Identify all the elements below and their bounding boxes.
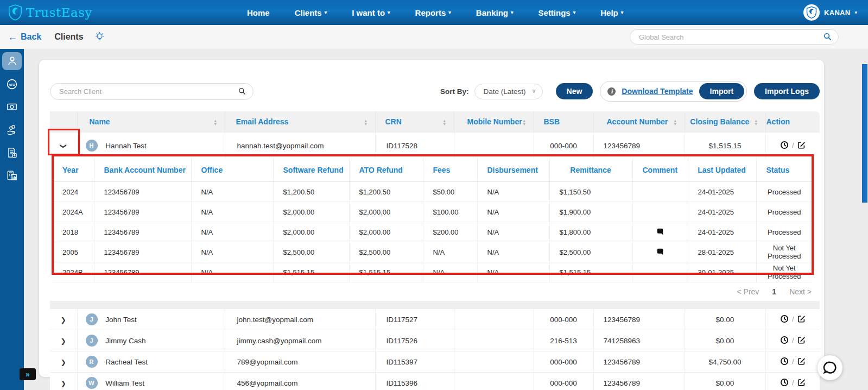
view-icon[interactable] — [780, 359, 789, 367]
sort-icon[interactable] — [213, 119, 217, 126]
column-header: Software Refund — [273, 159, 349, 182]
client-closing-balance: $1,515.15 — [685, 133, 765, 159]
column-header[interactable] — [50, 111, 77, 133]
edit-icon[interactable] — [797, 358, 806, 367]
view-icon[interactable] — [780, 317, 789, 325]
edit-icon[interactable] — [797, 337, 806, 345]
sort-icon[interactable] — [364, 119, 368, 126]
refund-last-updated: 24-01-2025 — [688, 222, 756, 242]
client-crn: ID115397 — [375, 351, 454, 373]
import-button[interactable]: Import — [699, 83, 745, 99]
new-button[interactable]: New — [556, 83, 593, 99]
expand-chevron-icon[interactable] — [61, 358, 66, 366]
sidebar-item-clients[interactable] — [2, 52, 22, 70]
page-title: Clients — [54, 32, 83, 42]
slash-separator: / — [792, 379, 794, 387]
clients-table-header: Name Email Address CRN — [50, 111, 820, 133]
nav-item[interactable]: Banking — [476, 8, 514, 17]
column-header[interactable]: Name — [77, 111, 225, 133]
next-page-button[interactable]: Next > — [789, 287, 812, 296]
sort-icon[interactable] — [673, 119, 677, 126]
client-closing-balance: $0.00 — [685, 330, 765, 351]
column-header: Disbursement — [477, 159, 549, 182]
sidebar-item-payments[interactable] — [2, 121, 22, 139]
column-header[interactable]: Email Address — [225, 111, 375, 133]
sort-icon[interactable] — [522, 119, 526, 126]
info-icon[interactable]: i — [607, 87, 616, 96]
client-row: W William Test 456@yopmail.com ID115396 … — [50, 373, 820, 390]
expand-chevron-icon[interactable] — [61, 380, 66, 387]
sidebar-item-document-download[interactable] — [2, 143, 22, 161]
nav-item[interactable]: Help — [600, 8, 623, 17]
nav-item[interactable]: Reports — [415, 8, 451, 17]
shield-logo-icon — [8, 4, 23, 21]
nav-item[interactable]: Home — [247, 8, 270, 17]
refund-status: Not Yet Processed — [756, 262, 813, 282]
sidebar-item-banking[interactable] — [2, 98, 22, 116]
brand-logo[interactable]: TrustEasy — [8, 4, 92, 21]
column-header[interactable]: BSB — [534, 111, 593, 133]
refund-fees: $200.00 — [423, 222, 477, 242]
column-header[interactable]: Account Number — [593, 111, 685, 133]
client-account-number: 123456789 — [593, 373, 685, 390]
prev-page-button[interactable]: < Prev — [737, 287, 759, 296]
client-bsb: 216-513 — [534, 330, 593, 351]
client-closing-balance: $0.00 — [685, 309, 765, 330]
chat-button[interactable] — [818, 355, 842, 380]
refund-ato: $2,000.00 — [349, 202, 423, 222]
user-menu[interactable]: KANAN — [803, 4, 857, 21]
current-page[interactable]: 1 — [772, 287, 776, 296]
client-crn: ID117528 — [375, 133, 454, 159]
download-template-link[interactable]: Download Template — [622, 87, 693, 96]
column-header: Bank Account Number — [94, 159, 191, 182]
comment-icon[interactable] — [656, 249, 664, 257]
expand-chevron-icon[interactable] — [61, 316, 66, 324]
client-email: john.test@yopmail.com — [225, 309, 375, 330]
chevron-down-icon — [531, 87, 536, 95]
sidebar-item-ato[interactable]: ATO — [2, 75, 22, 93]
comment-icon[interactable] — [656, 229, 664, 237]
sidebar-expand-toggle[interactable] — [20, 368, 36, 380]
sort-icon[interactable] — [442, 119, 446, 126]
client-name: John Test — [105, 316, 137, 324]
nav-item[interactable]: Settings — [538, 8, 576, 17]
client-account-number: 741258963 — [593, 330, 685, 351]
lightbulb-icon[interactable] — [94, 32, 105, 43]
column-header[interactable]: Action — [765, 111, 820, 133]
search-icon[interactable] — [238, 87, 246, 97]
column-header[interactable]: Mobile Number — [454, 111, 534, 133]
nav-item[interactable]: Clients — [295, 8, 327, 17]
edit-icon[interactable] — [797, 316, 806, 324]
client-closing-balance: $4,750.00 — [685, 351, 765, 373]
search-icon[interactable] — [823, 33, 832, 43]
edit-icon[interactable] — [797, 380, 806, 388]
refund-status: Processed — [756, 202, 813, 222]
scrollbar-thumb[interactable] — [862, 64, 867, 203]
column-header[interactable]: Closing Balance — [685, 111, 765, 133]
view-icon[interactable] — [780, 380, 789, 388]
sort-select[interactable]: Date (Latest) — [474, 84, 543, 99]
refund-row: 2024A 123456789 N/A $2,000.00 $2,000.00 … — [53, 202, 813, 222]
expand-chevron-icon[interactable] — [61, 337, 66, 345]
back-button[interactable]: Back — [8, 32, 41, 43]
column-header[interactable]: CRN — [375, 111, 454, 133]
refund-ato: $1,515.15 — [349, 262, 423, 282]
view-icon[interactable] — [780, 338, 789, 346]
sort-icon[interactable] — [754, 119, 758, 126]
sidebar-item-reports[interactable] — [2, 166, 22, 184]
refund-remittance: $1,150.50 — [549, 182, 632, 202]
left-sidebar: ATO — [0, 49, 24, 390]
client-mobile — [454, 309, 534, 330]
import-logs-button[interactable]: Import Logs — [754, 83, 820, 99]
edit-icon[interactable] — [797, 142, 806, 150]
refund-last-updated: 28-01-2025 — [688, 242, 756, 262]
global-search-input[interactable] — [630, 29, 839, 45]
nav-item[interactable]: I want to — [352, 8, 390, 17]
user-avatar — [803, 4, 820, 21]
view-icon[interactable] — [780, 143, 789, 151]
screen: TrustEasy Home Clients I want to — [0, 0, 868, 390]
refund-software: $1,515.15 — [273, 262, 349, 282]
client-search-input[interactable] — [50, 83, 254, 100]
collapse-chevron-icon[interactable] — [60, 143, 67, 148]
refund-office: N/A — [191, 222, 273, 242]
